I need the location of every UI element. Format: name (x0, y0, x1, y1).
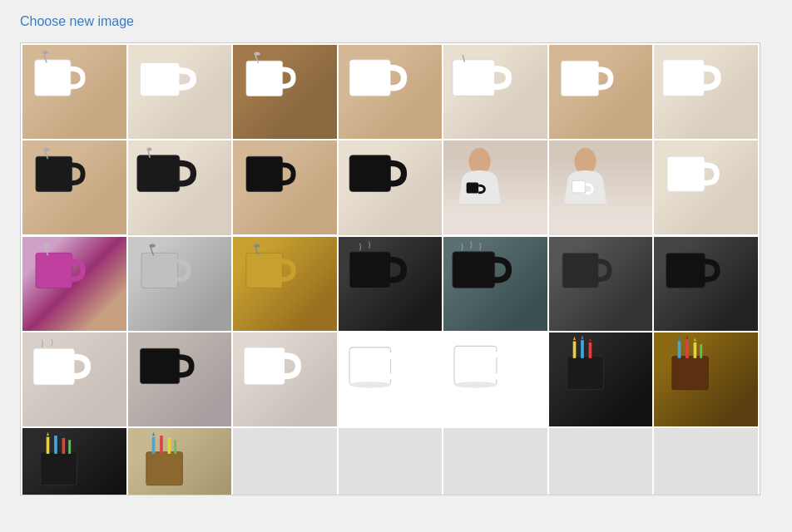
mug-image (549, 45, 621, 111)
pencil-holder-image (549, 332, 621, 398)
svg-rect-60 (41, 452, 77, 485)
gallery-item-r3c2[interactable] (128, 237, 232, 331)
svg-marker-56 (686, 335, 689, 338)
gallery-item-r5c6[interactable] (549, 428, 653, 495)
svg-rect-15 (136, 155, 179, 192)
svg-rect-18 (246, 157, 283, 192)
gallery-item-r4c3[interactable] (233, 332, 337, 426)
svg-rect-8 (453, 60, 495, 96)
gallery-item-r4c2[interactable] (128, 332, 232, 426)
gallery-item-r3c1[interactable] (22, 237, 126, 331)
mug-image (128, 140, 200, 206)
mug-image (339, 45, 411, 111)
svg-rect-23 (572, 181, 585, 194)
svg-marker-49 (581, 335, 583, 338)
gallery-item-r4c1[interactable] (22, 332, 126, 426)
svg-marker-54 (678, 337, 681, 340)
mug-image (22, 237, 95, 303)
gallery-item-r2c2[interactable] (128, 140, 232, 234)
person-mug-image (443, 140, 516, 206)
svg-rect-4 (246, 61, 283, 96)
svg-rect-25 (36, 253, 72, 288)
person-mug-image (549, 140, 621, 206)
gallery-item-r5c1[interactable] (22, 428, 126, 495)
gallery-item-r4c4[interactable] (339, 332, 443, 426)
mug-image (654, 140, 726, 206)
mug-image (339, 140, 411, 206)
mug-image (128, 45, 200, 111)
gallery-item-r5c2[interactable] (128, 428, 232, 495)
choose-new-image-link[interactable]: Choose new image (20, 14, 134, 29)
gallery-item-r4c5[interactable] (443, 332, 547, 426)
svg-rect-41 (349, 347, 390, 385)
gallery-item-r2c4[interactable] (339, 140, 443, 234)
gallery-item-r2c7[interactable] (654, 140, 758, 234)
gallery-item-r5c5[interactable] (443, 428, 547, 495)
svg-point-2 (42, 51, 48, 54)
svg-rect-21 (467, 183, 479, 194)
mug-image (233, 332, 305, 398)
gallery-item-r4c7[interactable] (654, 332, 758, 426)
svg-rect-40 (244, 347, 285, 385)
svg-rect-11 (663, 60, 704, 96)
svg-point-27 (43, 244, 49, 247)
svg-rect-28 (141, 253, 178, 288)
svg-rect-38 (33, 348, 74, 385)
svg-point-44 (454, 382, 497, 387)
gallery-item-r4c6[interactable] (549, 332, 653, 426)
svg-point-6 (255, 52, 260, 55)
mug-image (22, 332, 95, 398)
pencil-holder-image (128, 428, 200, 494)
svg-rect-52 (672, 356, 709, 389)
svg-rect-36 (562, 253, 599, 288)
gallery-item-r1c2[interactable] (128, 45, 232, 139)
gallery-item-r2c5[interactable] (443, 140, 547, 234)
mug-image (549, 237, 621, 303)
svg-rect-10 (561, 61, 598, 96)
gallery-item-r1c6[interactable] (549, 45, 653, 139)
svg-marker-68 (152, 432, 155, 436)
mug-image (233, 140, 305, 206)
gallery-item-r1c1[interactable] (22, 45, 126, 139)
gallery-grid (21, 43, 760, 495)
svg-rect-12 (36, 157, 72, 192)
pencil-holder-image (22, 428, 95, 494)
gallery-item-r5c4[interactable] (339, 428, 443, 495)
gallery-item-r1c4[interactable] (339, 45, 443, 139)
svg-marker-62 (47, 432, 49, 436)
gallery-item-r2c3[interactable] (233, 140, 337, 234)
svg-rect-37 (666, 253, 705, 288)
mug-image (22, 140, 95, 206)
svg-rect-7 (349, 60, 390, 96)
gallery-item-r3c4[interactable] (339, 237, 443, 331)
svg-rect-0 (35, 60, 72, 96)
mug-image (22, 45, 95, 111)
mug-image (128, 332, 200, 398)
gallery-wrapper[interactable] (20, 42, 760, 495)
svg-point-30 (149, 244, 155, 247)
mug-image (443, 45, 516, 111)
gallery-item-r1c7[interactable] (654, 45, 758, 139)
gallery-item-r3c5[interactable] (443, 237, 547, 331)
gallery-item-r5c7[interactable] (654, 428, 758, 495)
mug-image (443, 332, 516, 398)
svg-rect-66 (146, 452, 182, 485)
gallery-item-r3c3[interactable] (233, 237, 337, 331)
svg-rect-19 (349, 155, 390, 192)
svg-rect-34 (349, 251, 390, 288)
gallery-item-r2c6[interactable] (549, 140, 653, 234)
svg-point-33 (255, 244, 260, 247)
gallery-item-r1c5[interactable] (443, 45, 547, 139)
gallery-item-r3c6[interactable] (549, 237, 653, 331)
gallery-item-r1c3[interactable] (233, 45, 337, 139)
mug-image (233, 45, 305, 111)
gallery-item-r3c7[interactable] (654, 237, 758, 331)
svg-point-17 (146, 148, 151, 151)
gallery-item-r5c3[interactable] (233, 428, 337, 495)
svg-rect-3 (140, 62, 179, 96)
svg-point-14 (43, 148, 49, 151)
mug-image (339, 237, 411, 303)
gallery-item-r2c1[interactable] (22, 140, 126, 234)
page-container: Choose new image (0, 0, 792, 504)
svg-rect-45 (567, 356, 604, 389)
